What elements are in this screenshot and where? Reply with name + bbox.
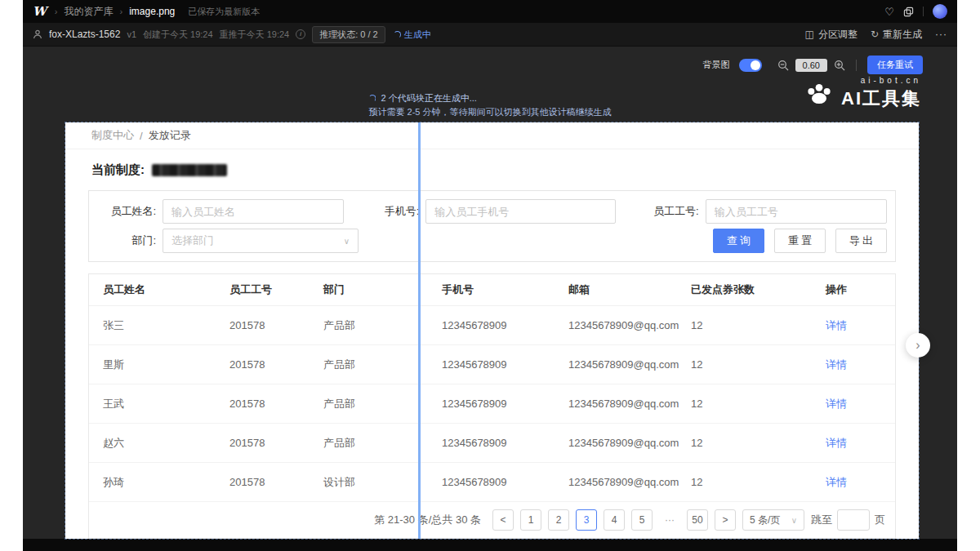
code-block-split-handle[interactable] <box>418 122 421 539</box>
spinner-icon <box>368 95 376 102</box>
cell-coupon-count: 12 <box>691 398 826 410</box>
pagination-page-4[interactable]: 4 <box>604 509 625 531</box>
breadcrumb-slash: / <box>140 130 143 142</box>
cell-phone: 12345678909 <box>442 398 568 410</box>
table-header-row: 员工姓名 员工工号 部门 手机号 邮箱 已发点券张数 操作 <box>89 274 895 306</box>
app-logo[interactable]: W <box>33 4 47 19</box>
department-select[interactable]: 选择部门 ∨ <box>163 229 359 253</box>
next-panel-button[interactable]: › <box>906 333 930 358</box>
duplicate-icon[interactable] <box>903 7 914 17</box>
info-icon[interactable]: i <box>296 29 305 39</box>
cell-employee-id: 201578 <box>229 437 323 449</box>
employee-name-input[interactable] <box>163 199 344 224</box>
breadcrumb-file-name[interactable]: image.png <box>129 6 175 17</box>
cell-phone: 12345678909 <box>442 476 568 488</box>
inference-status-badge: 推理状态: 0 / 2 <box>312 26 385 43</box>
zoom-in-icon[interactable] <box>834 60 845 71</box>
cell-phone: 12345678909 <box>442 437 568 449</box>
cell-email: 12345678909@qq.com <box>568 437 691 449</box>
table-row: 王武 201578 产品部 12345678909 12345678909@qq… <box>89 384 895 424</box>
regenerate-button[interactable]: ↻ 重新生成 <box>871 28 922 42</box>
detail-link[interactable]: 详情 <box>826 436 895 451</box>
pagination-page-2[interactable]: 2 <box>548 509 569 531</box>
pagination-page-1[interactable]: 1 <box>520 509 541 531</box>
col-header: 已发点券张数 <box>691 282 826 297</box>
detail-link[interactable]: 详情 <box>826 475 895 490</box>
chevron-down-icon: ∨ <box>791 516 797 525</box>
chevron-right-icon: › <box>915 338 920 353</box>
generating-notice-line1: 2 个代码块正在生成中... <box>368 91 611 105</box>
phone-input[interactable] <box>425 199 615 224</box>
employee-id-input[interactable] <box>706 199 887 224</box>
user-avatar[interactable] <box>933 4 947 19</box>
pagination: 第 21-30 条/总共 30 条 < 1 2 3 4 5 ··· 50 > 5… <box>89 502 895 538</box>
page-size-select[interactable]: 5 条/页 ∨ <box>742 509 804 531</box>
generating-notice-line2: 预计需要 2-5 分钟，等待期间可以切换到其他设计稿继续生成 <box>368 107 611 117</box>
export-button[interactable]: 导出 <box>835 229 887 253</box>
detail-link[interactable]: 详情 <box>826 397 895 411</box>
query-button[interactable]: 查询 <box>713 229 764 253</box>
cell-name: 张三 <box>103 318 229 333</box>
filter-row-1: 员工姓名: 手机号: 员工工号: <box>97 199 887 224</box>
col-header: 操作 <box>826 282 895 297</box>
breadcrumb-root[interactable]: 制度中心 <box>91 128 134 143</box>
pagination-page-3-active[interactable]: 3 <box>576 509 597 531</box>
generating-status: 生成中 <box>394 29 431 41</box>
partition-adjust-button[interactable]: ◫ 分区调整 <box>805 28 858 42</box>
background-toggle[interactable] <box>739 59 762 72</box>
reset-button[interactable]: 重置 <box>774 229 826 253</box>
spinner-icon <box>394 31 401 38</box>
jump-input[interactable] <box>837 509 870 531</box>
filter-panel: 员工姓名: 手机号: 员工工号: 部门: <box>88 190 896 262</box>
col-header: 员工姓名 <box>103 282 229 297</box>
task-retry-button[interactable]: 任务重试 <box>867 56 923 74</box>
cell-department: 设计部 <box>323 475 442 490</box>
employee-id-label: 员工工号: <box>640 204 699 219</box>
cell-coupon-count: 12 <box>691 476 826 488</box>
project-version: v1 <box>127 29 136 39</box>
cell-coupon-count: 12 <box>691 358 826 371</box>
current-policy-label: 当前制度: <box>91 162 145 178</box>
design-canvas[interactable]: 背景图 0.60 任务重试 <box>23 47 957 539</box>
cell-name: 王武 <box>103 397 229 411</box>
zoom-level: 0.60 <box>795 59 827 72</box>
breadcrumb-asset-library[interactable]: 我的资产库 <box>65 5 114 19</box>
project-repushed-at: 重推于今天 19:24 <box>220 29 290 41</box>
cell-employee-id: 201578 <box>229 476 323 488</box>
zoom-out-icon[interactable] <box>777 60 789 71</box>
filter-row-2: 部门: 选择部门 ∨ 查询 重置 导出 <box>97 229 887 253</box>
pagination-ellipsis[interactable]: ··· <box>659 509 680 531</box>
favorite-icon[interactable]: ♡ <box>884 6 894 18</box>
background-toggle-label: 背景图 <box>703 59 730 71</box>
cell-phone: 12345678909 <box>442 319 568 331</box>
detail-link[interactable]: 详情 <box>826 318 895 333</box>
pagination-prev-button[interactable]: < <box>492 509 514 531</box>
cell-department: 产品部 <box>323 318 442 333</box>
project-bar-actions: ◫ 分区调整 ↻ 重新生成 ··· <box>805 28 947 42</box>
cell-name: 赵六 <box>103 436 229 451</box>
more-options-button[interactable]: ··· <box>935 29 947 40</box>
cell-department: 产品部 <box>323 397 442 411</box>
detail-link[interactable]: 详情 <box>826 358 895 372</box>
ai-bot-brand: AI工具集 <box>841 87 921 111</box>
project-bar: fox-XLazts-1562 v1 创建于今天 19:24 重推于今天 19:… <box>23 23 957 47</box>
cell-employee-id: 201578 <box>229 398 323 410</box>
table-row: 张三 201578 产品部 12345678909 12345678909@qq… <box>89 306 895 345</box>
current-policy-value-redacted <box>152 164 227 176</box>
topbar-divider <box>923 7 924 16</box>
page-preview-frame: 制度中心 / 发放记录 当前制度: 员工姓名: 手机号: <box>65 122 919 539</box>
chevron-down-icon: ∨ <box>344 237 350 246</box>
cell-coupon-count: 12 <box>691 437 826 449</box>
pagination-next-button[interactable]: > <box>715 509 736 531</box>
pagination-summary: 第 21-30 条/总共 30 条 <box>374 513 481 527</box>
cell-phone: 12345678909 <box>442 358 568 371</box>
cell-name: 里斯 <box>103 358 229 372</box>
col-header: 员工工号 <box>229 282 323 297</box>
project-name: fox-XLazts-1562 <box>49 29 120 40</box>
table-row: 赵六 201578 产品部 12345678909 12345678909@qq… <box>89 424 895 463</box>
current-policy: 当前制度: <box>91 162 893 178</box>
pagination-page-50[interactable]: 50 <box>687 509 708 531</box>
cell-email: 12345678909@qq.com <box>568 358 691 371</box>
paw-icon <box>804 82 834 105</box>
pagination-page-5[interactable]: 5 <box>631 509 653 531</box>
